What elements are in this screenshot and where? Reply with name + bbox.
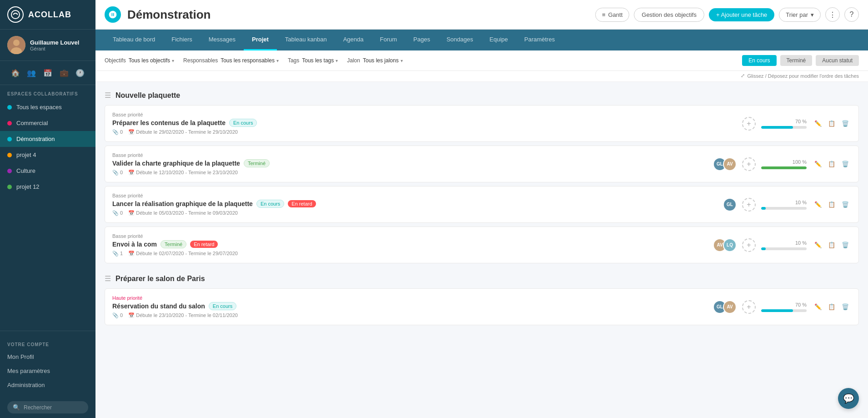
avatars: GL bbox=[723, 198, 737, 212]
tab-projet[interactable]: Projet bbox=[244, 30, 277, 50]
add-assignee-button[interactable]: + bbox=[742, 238, 756, 252]
sidebar-item-commercial[interactable]: Commercial bbox=[0, 115, 95, 131]
edit-button[interactable]: ✏️ bbox=[812, 239, 824, 251]
search-input[interactable] bbox=[24, 404, 83, 411]
task-dates: 📅 Débute le 12/10/2020 - Termine le 23/1… bbox=[128, 170, 238, 176]
progress-section: 70 % bbox=[761, 119, 807, 129]
progress-bar-fill bbox=[761, 207, 766, 210]
edit-button[interactable]: ✏️ bbox=[812, 118, 824, 130]
users-icon[interactable]: 👥 bbox=[24, 65, 39, 80]
chevron-down-icon: ▾ bbox=[811, 11, 814, 18]
task-name-row: Lancer la réalisation graphique de la pl… bbox=[112, 200, 717, 208]
logo-icon bbox=[7, 6, 24, 23]
task-right: AVLQ + 10 % ✏️ 📋 🗑️ bbox=[713, 238, 851, 252]
tab-fichiers[interactable]: Fichiers bbox=[163, 30, 201, 50]
chat-bubble-button[interactable]: 💬 bbox=[838, 388, 859, 409]
account-item-administration[interactable]: Administration bbox=[0, 378, 95, 392]
edit-button[interactable]: ✏️ bbox=[812, 158, 824, 170]
trier-button[interactable]: Trier par ▾ bbox=[779, 8, 821, 22]
gestion-button[interactable]: Gestion des objectifs bbox=[634, 8, 704, 22]
sidebar-item-projet4[interactable]: projet 4 bbox=[0, 147, 95, 163]
attachments: 📎 0 bbox=[112, 312, 123, 318]
copy-button[interactable]: 📋 bbox=[826, 118, 838, 130]
tab-equipe[interactable]: Equipe bbox=[482, 30, 516, 50]
filter-value-tags[interactable]: Tous les tags ▾ bbox=[302, 57, 338, 64]
tab-agenda[interactable]: Agenda bbox=[335, 30, 372, 50]
sidebar-item-demonstration[interactable]: Démonstration bbox=[0, 131, 95, 147]
edit-button[interactable]: ✏️ bbox=[812, 199, 824, 211]
sidebar-item-culture[interactable]: Culture bbox=[0, 163, 95, 179]
delete-button[interactable]: 🗑️ bbox=[839, 118, 851, 130]
filter-left: Objectifs Tous les objectifs ▾ Responsab… bbox=[105, 57, 403, 64]
status-badge: En retard bbox=[190, 241, 218, 248]
add-assignee-button[interactable]: + bbox=[742, 198, 756, 212]
add-assignee-button[interactable]: + bbox=[742, 117, 756, 131]
task-left: Haute priorité Réservation du stand du s… bbox=[112, 295, 707, 318]
filter-responsables: Responsables Tous les responsables ▾ bbox=[183, 57, 279, 64]
tab-parametres[interactable]: Paramètres bbox=[516, 30, 563, 50]
avatars: AVLQ bbox=[713, 238, 737, 252]
sidebar-item-projet12[interactable]: projet 12 bbox=[0, 179, 95, 195]
task-meta: 📎 1 📅 Débute le 02/07/2020 - Termine le … bbox=[112, 251, 707, 257]
calendar-icon[interactable]: 📅 bbox=[40, 65, 55, 80]
add-task-button[interactable]: + Ajouter une tâche bbox=[709, 8, 774, 21]
group-title: Nouvelle plaquette bbox=[115, 91, 180, 100]
copy-button[interactable]: 📋 bbox=[826, 301, 838, 313]
task-card: Basse priorité Préparer les contenus de … bbox=[105, 105, 859, 142]
copy-button[interactable]: 📋 bbox=[826, 239, 838, 251]
task-actions: ✏️ 📋 🗑️ bbox=[812, 158, 851, 170]
tab-tableau-kanban[interactable]: Tableau kanban bbox=[277, 30, 335, 50]
task-dates: 📅 Débute le 05/03/2020 - Termine le 09/0… bbox=[128, 210, 238, 216]
logo-text: ACOLLAB bbox=[28, 10, 71, 20]
add-assignee-button[interactable]: + bbox=[742, 300, 756, 314]
tab-pages[interactable]: Pages bbox=[405, 30, 438, 50]
filter-tags: Tags Tous les tags ▾ bbox=[288, 57, 338, 64]
account-item-profil[interactable]: Mon Profil bbox=[0, 350, 95, 364]
gantt-button[interactable]: ≡ Gantt bbox=[595, 8, 629, 22]
filter-value-objectifs[interactable]: Tous les objectifs ▾ bbox=[129, 57, 174, 64]
search-bar[interactable]: 🔍 bbox=[7, 401, 88, 413]
group-nouvelle-plaquette: ☰Nouvelle plaquette Basse priorité Prépa… bbox=[105, 91, 859, 263]
home-icon[interactable]: 🏠 bbox=[8, 65, 23, 80]
status-btn-termine[interactable]: Terminé bbox=[780, 55, 813, 66]
chevron-down-icon: ▾ bbox=[276, 58, 279, 63]
main-content: Démonstration ≡ Gantt Gestion des object… bbox=[95, 0, 868, 418]
sidebar-item-tous-espaces[interactable]: Tous les espaces bbox=[0, 99, 95, 115]
status-btn-en-cours[interactable]: En cours bbox=[742, 55, 776, 66]
tab-forum[interactable]: Forum bbox=[372, 30, 406, 50]
sidebar-logo: ACOLLAB bbox=[0, 0, 95, 30]
help-icon[interactable]: ? bbox=[844, 7, 859, 22]
progress-percent: 70 % bbox=[795, 119, 807, 124]
more-icon[interactable]: ⋮ bbox=[825, 7, 840, 22]
filter-value-responsables[interactable]: Tous les responsables ▾ bbox=[221, 57, 279, 64]
tab-sondages[interactable]: Sondages bbox=[438, 30, 482, 50]
clock-icon[interactable]: 🕐 bbox=[73, 65, 87, 80]
status-badge: Terminé bbox=[161, 240, 186, 248]
delete-button[interactable]: 🗑️ bbox=[839, 239, 851, 251]
briefcase-icon[interactable]: 💼 bbox=[57, 65, 71, 80]
task-dates: 📅 Débute le 23/10/2020 - Termine le 02/1… bbox=[128, 312, 238, 318]
add-assignee-button[interactable]: + bbox=[742, 157, 756, 171]
task-priority: Basse priorité bbox=[112, 152, 707, 158]
delete-button[interactable]: 🗑️ bbox=[839, 301, 851, 313]
progress-section: 100 % bbox=[761, 159, 807, 169]
filter-objectifs: Objectifs Tous les objectifs ▾ bbox=[105, 57, 174, 64]
task-name: Préparer les contenus de la plaquette bbox=[112, 119, 226, 126]
delete-button[interactable]: 🗑️ bbox=[839, 199, 851, 211]
tab-messages[interactable]: Messages bbox=[201, 30, 244, 50]
tab-tableau-bord[interactable]: Tableau de bord bbox=[105, 30, 163, 50]
task-name: Réservation du stand du salon bbox=[112, 302, 205, 310]
filter-value-jalon[interactable]: Tous les jalons ▾ bbox=[363, 57, 403, 64]
delete-button[interactable]: 🗑️ bbox=[839, 158, 851, 170]
top-header: Démonstration ≡ Gantt Gestion des object… bbox=[95, 0, 868, 30]
user-role: Gérant bbox=[30, 46, 79, 51]
dot-icon bbox=[7, 137, 12, 141]
copy-button[interactable]: 📋 bbox=[826, 158, 838, 170]
task-name-row: Préparer les contenus de la plaquette En… bbox=[112, 119, 731, 127]
status-btn-aucun-statut[interactable]: Aucun statut bbox=[816, 55, 859, 66]
progress-bar-fill bbox=[761, 247, 766, 250]
edit-button[interactable]: ✏️ bbox=[812, 301, 824, 313]
copy-button[interactable]: 📋 bbox=[826, 199, 838, 211]
account-item-parametres[interactable]: Mes paramètres bbox=[0, 364, 95, 378]
progress-bar-fill bbox=[761, 126, 793, 129]
